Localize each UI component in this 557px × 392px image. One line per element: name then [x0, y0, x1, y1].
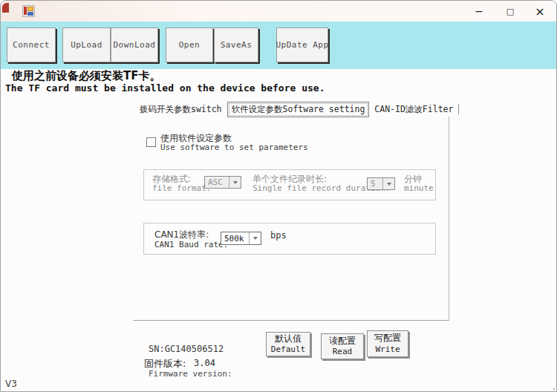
can1-baud-select[interactable]: 500k	[221, 232, 261, 245]
app-icon	[22, 5, 35, 17]
minute-unit-label-en: minute	[404, 183, 434, 193]
chevron-down-icon	[382, 178, 394, 189]
chevron-down-icon	[229, 177, 241, 188]
default-button[interactable]: 默认值 Default	[266, 332, 310, 356]
status-version-label: V3	[5, 379, 17, 389]
write-button-label-en: Write	[375, 344, 400, 355]
maximize-icon[interactable]: □	[495, 1, 525, 22]
file-format-label-en: file format:	[152, 183, 211, 193]
resize-grip-icon[interactable]	[550, 385, 552, 387]
update-app-button[interactable]: UpDate App	[276, 27, 328, 62]
tf-card-notice-en: The TF card must be installed on the dev…	[5, 82, 325, 94]
read-button-label-en: Read	[333, 347, 353, 357]
close-icon[interactable]: ×	[525, 1, 555, 22]
firmware-label-en: Firmware version:	[149, 369, 232, 379]
tab-software-setting[interactable]: 软件设定参数Software setting	[227, 102, 370, 117]
app-icon-yellow-pane	[27, 7, 33, 11]
record-duration-select[interactable]: 5	[367, 177, 395, 190]
can1-baud-group: CAN1波特率: CAN1 Baud rate: 500k bps	[143, 223, 436, 255]
app-icon-red-pane	[24, 7, 27, 15]
download-button[interactable]: DownLoad	[111, 27, 158, 62]
bps-unit-label: bps	[270, 230, 287, 241]
app-window: − □ × Connect UpLoad DownLoad Open SaveA…	[0, 0, 557, 392]
use-software-label-en: Use software to set parameters	[160, 143, 308, 152]
read-button-label-zh: 读配置	[329, 336, 356, 347]
tab-canid-filter[interactable]: CAN-ID滤波Filter	[371, 102, 457, 117]
use-software-checkbox[interactable]	[146, 137, 156, 147]
tab-switch-params[interactable]: 拨码开关参数switch	[136, 102, 226, 117]
write-button-label-zh: 写配置	[374, 333, 401, 344]
default-button-label-en: Default	[271, 344, 305, 355]
toolbar: Connect UpLoad DownLoad Open SaveAs UpDa…	[1, 22, 556, 69]
storage-settings-group: 存储格式: file format: ASC 单个文件纪录时长: Single …	[143, 169, 436, 200]
firmware-version-value: 3.04	[194, 358, 215, 368]
saveas-button[interactable]: SaveAs	[214, 27, 258, 62]
open-button[interactable]: Open	[166, 27, 213, 62]
can1-baud-value: 500k	[224, 234, 244, 244]
wallpaper-corner-artifact	[2, 3, 9, 13]
can1-baud-label-en: CAN1 Baud rate:	[154, 240, 228, 249]
file-format-value: ASC	[208, 177, 223, 187]
read-config-button[interactable]: 读配置 Read	[321, 333, 364, 359]
chevron-down-icon	[249, 232, 261, 244]
connect-button[interactable]: Connect	[7, 27, 56, 62]
write-config-button[interactable]: 写配置 Write	[367, 330, 408, 357]
tab-strip: 拨码开关参数switch 软件设定参数Software setting CAN-…	[136, 101, 459, 117]
tf-card-notice-zh: 使用之前设备必须安装TF卡。	[12, 69, 160, 83]
serial-number: SN:GC140506512	[149, 344, 224, 354]
tab-separator	[458, 104, 459, 114]
file-format-select[interactable]: ASC	[204, 176, 241, 189]
minimize-icon[interactable]: −	[464, 1, 494, 22]
record-duration-value: 5	[371, 179, 376, 189]
default-button-label-zh: 默认值	[275, 333, 302, 345]
app-icon-blue-pane	[27, 12, 33, 16]
title-bar: − □ ×	[1, 1, 556, 22]
upload-button[interactable]: UpLoad	[62, 27, 111, 62]
